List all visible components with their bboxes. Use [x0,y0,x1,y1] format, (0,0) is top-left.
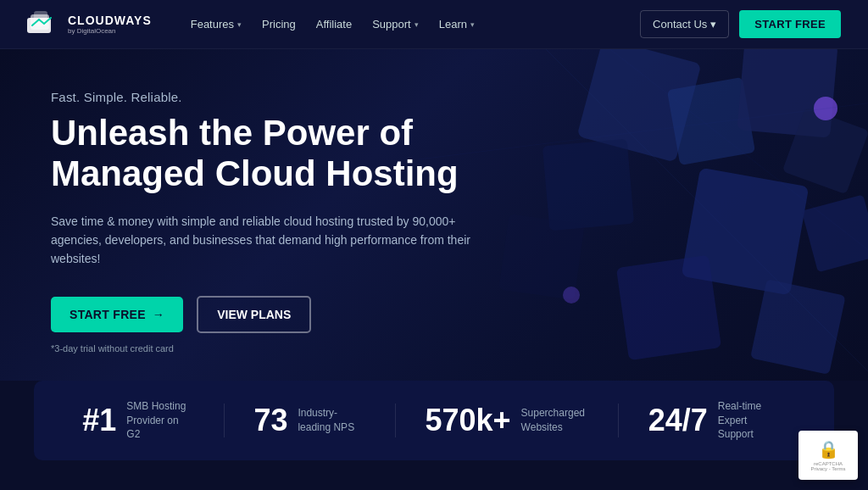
stat-support: 24/7 Real-time Expert Support [648,399,786,442]
hero-description: Save time & money with simple and reliab… [51,212,492,269]
nav-support[interactable]: Support ▾ [364,11,427,37]
trial-note: *3-day trial without credit card [51,343,542,354]
arrow-icon: → [153,308,164,321]
stat-divider [395,404,396,437]
recaptcha-badge: 🔒 reCAPTCHAPrivacy - Terms [798,431,858,480]
recaptcha-icon: 🔒 [818,439,839,459]
stat-divider [618,404,619,437]
hero-buttons: START FREE → VIEW PLANS [51,296,542,333]
stat-description: Industry-leading NPS [298,406,365,435]
logo-icon [27,11,61,38]
nav-features[interactable]: Features ▾ [182,11,250,37]
stat-number: 24/7 [648,403,708,438]
nav-links: Features ▾ Pricing Affiliate Support ▾ L… [182,11,640,37]
stat-nps: 73 Industry-leading NPS [253,403,365,438]
svg-rect-7 [542,139,634,231]
nav-right: Contact Us ▾ START FREE [640,10,841,38]
recaptcha-label: reCAPTCHAPrivacy - Terms [810,461,845,471]
start-free-hero-button[interactable]: START FREE → [51,297,183,332]
logo-sub: by DigitalOcean [68,28,152,35]
chevron-down-icon: ▾ [710,18,716,31]
stat-ranking: #1 SMB Hosting Provider on G2 [82,399,194,442]
view-plans-button[interactable]: VIEW PLANS [197,296,311,333]
chevron-down-icon: ▾ [237,20,242,29]
svg-point-14 [563,287,580,303]
stat-number: 570k+ [425,403,510,438]
stat-divider [224,404,225,437]
stat-description: SMB Hosting Provider on G2 [126,399,194,442]
nav-learn[interactable]: Learn ▾ [431,11,483,37]
contact-us-button[interactable]: Contact Us ▾ [640,10,729,38]
svg-rect-11 [616,255,721,360]
stat-description: Supercharged Websites [521,406,589,435]
stat-description: Real-time Expert Support [718,399,786,442]
stat-number: #1 [82,403,116,438]
logo-name: CLOUDWAYS [68,14,152,26]
nav-affiliate[interactable]: Affiliate [308,11,360,37]
svg-rect-12 [750,279,846,375]
hero-tagline: Fast. Simple. Reliable. [51,90,542,104]
logo[interactable]: CLOUDWAYS by DigitalOcean [27,11,152,38]
start-free-nav-button[interactable]: START FREE [739,10,841,38]
stat-number: 73 [253,403,287,438]
chevron-down-icon: ▾ [415,20,419,29]
hero-section: Fast. Simple. Reliable. Unleash the Powe… [0,49,868,381]
hero-title: Unleash the Power of Managed Cloud Hosti… [51,113,492,195]
svg-rect-2 [34,11,47,26]
navbar: CLOUDWAYS by DigitalOcean Features ▾ Pri… [0,0,868,49]
nav-pricing[interactable]: Pricing [253,11,304,37]
stats-bar: #1 SMB Hosting Provider on G2 73 Industr… [34,381,834,460]
hero-content: Fast. Simple. Reliable. Unleash the Powe… [51,90,542,354]
stat-websites: 570k+ Supercharged Websites [425,403,588,438]
chevron-down-icon: ▾ [470,20,475,29]
